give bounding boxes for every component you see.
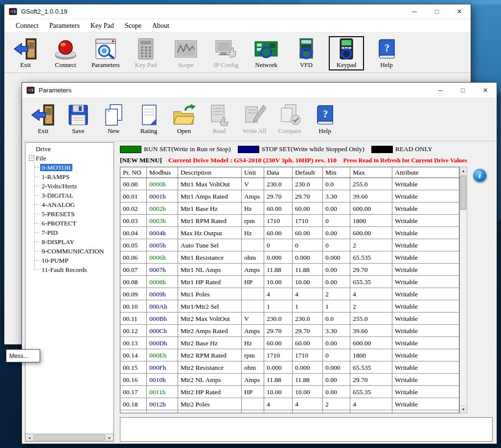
cell-data[interactable]: 11.88 — [264, 264, 293, 275]
scroll-up-icon[interactable]: ▲ — [460, 167, 467, 175]
menu-item[interactable]: Scope — [119, 20, 147, 32]
table-row[interactable]: 00.03 0003h Mtr1 RPM Rated rpm 1710 1710… — [120, 215, 459, 227]
table-row[interactable]: 00.01 0001h Mtr1 Amps Rated Amps 29.70 2… — [120, 190, 459, 202]
table-row[interactable]: 00.17 0011h Mtr2 HP Rated HP 10.00 10.00… — [120, 386, 459, 398]
cell-data[interactable]: 0 — [264, 410, 293, 413]
cell-data[interactable]: 230.0 — [264, 313, 293, 324]
params-exit-button[interactable]: Exit — [27, 102, 59, 136]
minimize-icon[interactable]: ─ — [403, 4, 426, 19]
params-help-button[interactable]: ? Help — [309, 102, 341, 136]
table-row[interactable]: 00.08 0008h Mtr1 HP Rated HP 10.00 10.00… — [120, 276, 459, 288]
app-icon — [26, 86, 35, 94]
cell-data[interactable]: 230.0 — [264, 178, 293, 190]
params-save-button[interactable]: Save — [62, 102, 94, 136]
cell-data[interactable]: 60.00 — [264, 337, 293, 349]
table-row[interactable]: 00.10 000Ah Mtr1/Mtr2 Sel 1 1 1 2 Writab… — [120, 300, 459, 313]
cell-data[interactable]: 29.70 — [264, 190, 293, 202]
cell-data[interactable]: 0.000 — [264, 361, 293, 373]
cell-data[interactable]: 10.00 — [264, 276, 293, 288]
toolbar-vfd-button[interactable]: VFD — [289, 36, 324, 70]
scroll-left-icon[interactable]: ◂ — [25, 434, 33, 441]
tree-item[interactable]: 9-COMMUNICATION — [34, 246, 114, 256]
tree-item[interactable]: 10-PUMP — [34, 256, 114, 265]
message-window[interactable]: Mess... — [6, 349, 40, 362]
close-icon[interactable]: ✕ — [474, 83, 497, 98]
menu-item[interactable]: Key Pad — [85, 20, 119, 32]
tree-item[interactable]: 6-PROTECT — [34, 219, 114, 228]
cell-data[interactable]: 1710 — [264, 215, 293, 226]
menu-item[interactable]: About — [147, 20, 175, 32]
toolbar-keypad-device-button[interactable]: Keypad — [329, 36, 364, 70]
table-row[interactable]: 00.13 000Dh Mtr2 Base Hz Hz 60.00 60.00 … — [120, 337, 459, 349]
table-row[interactable]: 00.07 0007h Mtr1 NL Amps Amps 11.88 11.8… — [120, 264, 459, 276]
tree-item[interactable]: 8-DISPLAY — [34, 237, 114, 246]
cell-data[interactable]: 4 — [264, 398, 293, 410]
params-titlebar[interactable]: Parameters ─ □ ✕ — [22, 83, 497, 98]
tree-item[interactable]: 1-RAMPS — [34, 172, 114, 181]
tree-item[interactable]: 11-Fault Records — [34, 265, 114, 274]
params-open-button[interactable]: Open — [168, 102, 200, 136]
svg-text:?: ? — [385, 43, 389, 53]
cell-data[interactable]: 4 — [264, 288, 293, 300]
table-row[interactable]: 00.14 000Eh Mtr2 RPM Rated rpm 1710 1710… — [120, 349, 459, 361]
minimize-icon[interactable]: ─ — [429, 83, 452, 98]
info-icon[interactable]: i — [473, 169, 486, 182]
tree-horizontal-scrollbar[interactable]: ◂ ▸ — [25, 433, 114, 441]
toolbar-exit-button[interactable]: Exit — [8, 36, 43, 70]
table-row[interactable]: 00.09 0009h Mtr1 Poles 4 4 2 4 Writable — [120, 288, 459, 300]
tree-label: Drive — [36, 145, 51, 153]
maximize-icon[interactable]: □ — [452, 83, 474, 98]
table-vertical-scrollbar[interactable]: ▲ ▼ — [459, 167, 467, 413]
cell-default: 11.88 — [293, 264, 323, 275]
tree-item[interactable]: 2-Volts/Hertz — [34, 181, 114, 191]
cell-data[interactable]: 10.00 — [264, 386, 293, 398]
tree-item[interactable]: 0-MOTOR — [34, 163, 114, 172]
menu-item[interactable]: Parameters — [44, 20, 85, 32]
toolbar-parameters-button[interactable]: Parameters — [88, 36, 123, 70]
table-row[interactable]: 00.15 000Fh Mtr2 Resistance ohm 0.000 0.… — [120, 361, 459, 374]
collapse-icon[interactable]: − — [29, 156, 34, 161]
scroll-down-icon[interactable]: ▼ — [460, 405, 467, 413]
toolbar-network-button[interactable]: Network — [249, 36, 284, 70]
toolbar-connect-button[interactable]: Connect — [48, 36, 83, 70]
table-row[interactable]: 00.05 0005h Auto Tune Sel 0 0 0 2 Writab… — [120, 239, 459, 251]
cell-data[interactable]: 60.00 — [264, 227, 293, 239]
cell-description: Mtr2 Base Hz — [178, 337, 242, 349]
table-row[interactable]: 00.11 000Bh Mtr2 Max VoltOut V 230.0 230… — [120, 313, 459, 325]
table-row[interactable]: 00.19 0013h Password 0 0 0 65535 Read On… — [120, 410, 459, 413]
scroll-right-icon[interactable]: ▸ — [106, 434, 114, 441]
scrollbar-thumb[interactable] — [460, 176, 466, 210]
cell-data[interactable]: 60.00 — [264, 202, 293, 214]
toolbar-help-button[interactable]: ? Help — [369, 36, 404, 70]
table-row[interactable]: 00.18 0012h Mtr2 Poles 4 4 2 4 Writable — [120, 398, 459, 410]
scrollbar-track[interactable] — [33, 434, 106, 441]
params-rating-button[interactable]: Rating — [133, 102, 165, 136]
tree-item[interactable]: 3-DIGITAL — [34, 191, 114, 200]
tree-item[interactable]: 4-ANALOG — [34, 200, 114, 209]
close-icon[interactable]: ✕ — [448, 4, 471, 19]
table-row[interactable]: 00.06 0006h Mtr1 Resistance ohm 0.000 0.… — [120, 251, 459, 264]
cell-data[interactable]: 0.000 — [264, 251, 293, 263]
tree-item[interactable]: 5-PRESETS — [34, 209, 114, 219]
cell-description: Mtr2 Max VoltOut — [178, 313, 242, 324]
tree-item[interactable]: 7-PID — [34, 228, 114, 237]
table-row[interactable]: 00.12 000Ch Mtr2 Amps Rated Amps 29.70 2… — [120, 325, 459, 337]
table-row[interactable]: 00.00 0000h Mtr1 Max VoltOut V 230.0 230… — [120, 178, 459, 190]
cell-default: 60.00 — [293, 202, 323, 214]
menu-item[interactable]: Connect — [10, 20, 44, 32]
table-row[interactable]: 00.16 0010h Mtr2 NL Amps Amps 11.88 11.8… — [120, 374, 459, 386]
tree-item-file[interactable]: − File — [27, 154, 114, 163]
table-row[interactable]: 00.02 0002h Mtr1 Base Hz Hz 60.00 60.00 … — [120, 202, 459, 215]
cell-data[interactable]: 0 — [264, 239, 293, 251]
cell-data[interactable]: 29.70 — [264, 325, 293, 336]
cell-data[interactable]: 1 — [264, 300, 293, 312]
scrollbar-thumb[interactable] — [34, 434, 105, 441]
tree-item-drive[interactable]: Drive — [27, 144, 114, 154]
cell-modbus: 0006h — [147, 251, 178, 263]
maximize-icon[interactable]: □ — [426, 4, 448, 19]
main-titlebar[interactable]: GSoft2_1.0.0.19 ─ □ ✕ — [4, 4, 471, 19]
table-row[interactable]: 00.04 0004h Max Hz Output Hz 60.00 60.00… — [120, 227, 459, 239]
cell-data[interactable]: 11.88 — [264, 374, 293, 385]
params-new-button[interactable]: New — [97, 102, 130, 136]
cell-data[interactable]: 1710 — [264, 349, 293, 361]
